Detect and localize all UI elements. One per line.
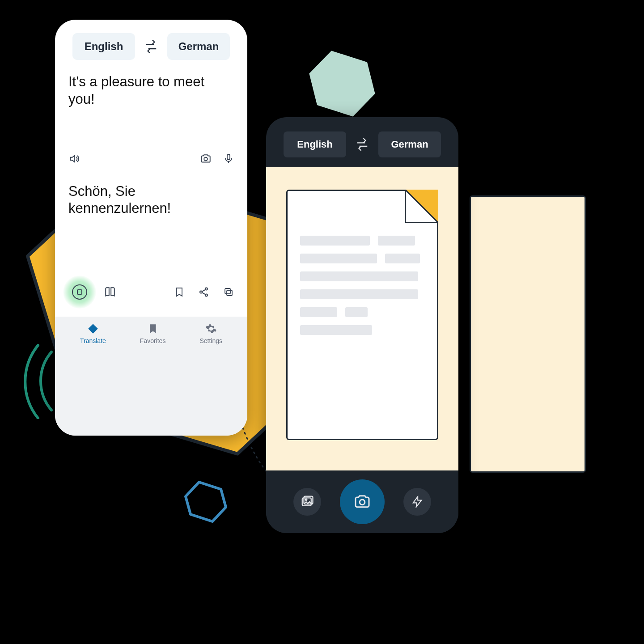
svg-point-6 <box>305 499 307 500</box>
target-toolbar <box>55 275 247 309</box>
gallery-icon <box>301 495 314 508</box>
language-selector-row: English German <box>266 117 458 167</box>
camera-icon <box>200 153 212 165</box>
svg-marker-16 <box>88 324 98 334</box>
svg-point-13 <box>205 294 208 297</box>
tab-label: Settings <box>199 337 222 344</box>
language-selector-row: English German <box>55 20 247 68</box>
speak-target-button[interactable] <box>63 275 96 309</box>
tab-translate[interactable]: Translate <box>80 323 106 344</box>
voice-input-button[interactable] <box>223 153 234 164</box>
svg-point-7 <box>360 500 365 505</box>
share-button[interactable] <box>198 286 210 298</box>
svg-point-9 <box>204 157 208 161</box>
camera-viewport <box>266 167 458 470</box>
svg-rect-14 <box>227 290 232 296</box>
speak-source-button[interactable] <box>68 153 80 165</box>
page-fold-icon <box>405 190 438 223</box>
hexagon-teal-decoration <box>306 48 378 119</box>
svg-rect-10 <box>227 154 230 160</box>
target-language-selector[interactable]: German <box>167 33 230 60</box>
target-text-output: Schön, Sie kennenzulernen! <box>68 183 234 218</box>
background-paper-decoration <box>470 195 586 473</box>
svg-marker-8 <box>413 496 422 507</box>
tab-favorites[interactable]: Favorites <box>140 323 166 344</box>
svg-rect-15 <box>225 288 230 294</box>
dictionary-button[interactable] <box>104 286 116 298</box>
settings-tab-icon <box>205 323 217 335</box>
scanned-document <box>286 190 438 440</box>
flash-icon <box>411 496 424 508</box>
swap-languages-button[interactable] <box>141 37 161 56</box>
source-text-panel: It's a pleasure to meet you! <box>55 68 247 108</box>
svg-marker-17 <box>186 482 226 521</box>
source-language-selector[interactable]: English <box>284 131 346 157</box>
svg-point-11 <box>200 291 202 293</box>
translate-tab-icon <box>87 323 99 335</box>
flash-button[interactable] <box>403 488 431 516</box>
svg-point-12 <box>205 288 208 290</box>
share-icon <box>198 286 210 298</box>
document-text-placeholder <box>300 236 424 335</box>
source-toolbar <box>55 153 247 165</box>
microphone-icon <box>223 153 234 164</box>
stop-icon <box>72 284 87 300</box>
phone-camera-translate: English German <box>266 117 458 533</box>
tab-label: Translate <box>80 337 106 344</box>
swap-icon <box>144 40 158 53</box>
bottom-tab-bar: Translate Favorites Settings <box>55 317 247 436</box>
copy-icon <box>223 287 234 297</box>
hexagon-blue-decoration <box>183 479 228 524</box>
source-text-input[interactable]: It's a pleasure to meet you! <box>68 73 234 108</box>
phone-text-translate: English German It's a pleasure to meet y… <box>55 20 247 436</box>
tab-label: Favorites <box>140 337 166 344</box>
target-text-panel: Schön, Sie kennenzulernen! <box>55 171 247 218</box>
book-icon <box>104 286 116 298</box>
bookmark-button[interactable] <box>174 287 185 297</box>
favorites-tab-icon <box>147 323 159 335</box>
swap-icon <box>356 138 369 151</box>
gallery-button[interactable] <box>293 488 321 516</box>
speaker-icon <box>68 153 80 165</box>
svg-marker-1 <box>309 51 375 116</box>
copy-button[interactable] <box>223 287 234 297</box>
camera-shutter-button[interactable] <box>340 479 385 524</box>
camera-toolbar <box>266 470 458 533</box>
tab-settings[interactable]: Settings <box>199 323 222 344</box>
camera-input-button[interactable] <box>200 153 212 165</box>
source-language-selector[interactable]: English <box>72 33 135 60</box>
camera-icon <box>353 493 371 511</box>
target-language-selector[interactable]: German <box>378 131 441 157</box>
swap-languages-button[interactable] <box>352 135 372 154</box>
bookmark-icon <box>174 287 185 297</box>
